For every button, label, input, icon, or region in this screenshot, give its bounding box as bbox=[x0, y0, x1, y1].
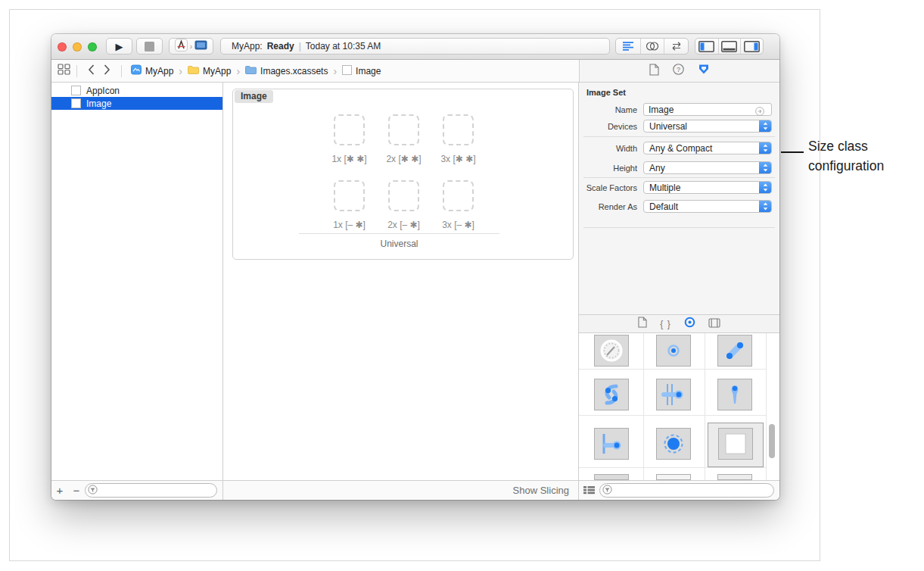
image-well[interactable] bbox=[443, 114, 474, 145]
image-well[interactable] bbox=[388, 114, 419, 145]
breadcrumb-separator: › bbox=[332, 65, 338, 77]
assistant-editor-button[interactable] bbox=[640, 39, 664, 54]
version-editor-icon bbox=[670, 41, 683, 51]
lib-item-swirl[interactable] bbox=[594, 379, 629, 410]
standard-editor-button[interactable] bbox=[616, 39, 640, 54]
go-back-button[interactable] bbox=[83, 64, 99, 78]
breadcrumb-separator: › bbox=[178, 65, 183, 77]
related-items-button[interactable] bbox=[58, 64, 70, 78]
scheme-selector[interactable]: › bbox=[169, 38, 213, 55]
breadcrumb-separator: › bbox=[235, 65, 241, 77]
close-window-button[interactable] bbox=[58, 42, 67, 51]
slot-2x-any-any[interactable]: 2x [✱ ✱] bbox=[388, 114, 419, 145]
slot-label: 2x [✱ ✱] bbox=[386, 154, 421, 164]
slot-3x-any-any[interactable]: 3x [✱ ✱] bbox=[443, 114, 474, 145]
height-row: Height Any bbox=[583, 161, 772, 174]
library-filter-input[interactable] bbox=[614, 485, 773, 496]
zoom-window-button[interactable] bbox=[88, 42, 97, 51]
jump-to-arrow-icon[interactable] bbox=[755, 105, 764, 119]
slot-label: 1x [✱ ✱] bbox=[331, 154, 366, 164]
divider bbox=[121, 65, 122, 77]
toggle-navigator-button[interactable] bbox=[695, 39, 718, 54]
image-well[interactable] bbox=[443, 180, 474, 211]
lib-item-image-square[interactable] bbox=[718, 428, 753, 460]
scale-factors-popup[interactable]: Multiple bbox=[643, 181, 772, 194]
run-button[interactable]: ▶ bbox=[106, 38, 132, 55]
width-popup[interactable]: Any & Compact bbox=[643, 142, 772, 154]
destination-icon bbox=[194, 39, 207, 53]
editor-bottom-bar: Show Slicing bbox=[223, 481, 579, 500]
status-project: MyApp: bbox=[232, 41, 263, 51]
asset-list-item-appicon[interactable]: AppIcon bbox=[51, 84, 222, 97]
file-template-library-tab[interactable] bbox=[638, 317, 647, 331]
version-editor-button[interactable] bbox=[664, 39, 688, 54]
height-label: Height bbox=[583, 164, 643, 173]
file-inspector-icon bbox=[649, 64, 659, 76]
editor-mode-segmented-control bbox=[615, 38, 689, 55]
breadcrumb-project[interactable]: MyApp bbox=[131, 64, 173, 77]
asset-list-label: AppIcon bbox=[86, 86, 120, 96]
lib-item-link-dots[interactable] bbox=[717, 335, 752, 367]
show-slicing-button[interactable]: Show Slicing bbox=[513, 485, 569, 496]
lib-item-pulse-circle[interactable] bbox=[656, 428, 691, 460]
navigator-panel-icon bbox=[698, 41, 714, 52]
attributes-inspector-tab[interactable] bbox=[698, 64, 710, 78]
scrollbar-thumb[interactable] bbox=[769, 424, 775, 458]
go-forward-button[interactable] bbox=[99, 64, 115, 78]
lib-item-partial[interactable] bbox=[717, 474, 752, 480]
file-inspector-tab[interactable] bbox=[649, 64, 659, 79]
breadcrumb-group[interactable]: MyApp bbox=[188, 65, 231, 76]
image-well[interactable] bbox=[334, 180, 365, 211]
image-square-icon bbox=[722, 430, 749, 457]
code-snippet-library-tab[interactable]: { } bbox=[660, 319, 670, 329]
render-as-popup[interactable]: Default bbox=[643, 200, 772, 213]
lib-item-dot-ring[interactable] bbox=[656, 335, 691, 367]
asset-filter-input[interactable] bbox=[100, 485, 216, 496]
inspector-section-title: Image Set bbox=[586, 88, 626, 97]
toggle-debug-area-button[interactable] bbox=[718, 39, 741, 54]
add-asset-button[interactable]: + bbox=[51, 484, 68, 497]
library-filter-field[interactable] bbox=[599, 483, 774, 498]
image-set-title-tag: Image bbox=[235, 90, 273, 103]
imageset-icon bbox=[342, 65, 352, 77]
lib-item-gauge[interactable] bbox=[594, 335, 629, 367]
breadcrumb-xcassets[interactable]: Images.xcassets bbox=[245, 65, 328, 76]
image-well[interactable] bbox=[388, 180, 419, 211]
grid-line bbox=[579, 369, 766, 370]
appicon-set-icon bbox=[71, 86, 81, 95]
slot-3x-compact-any[interactable]: 3x [– ✱] bbox=[443, 180, 474, 211]
utilities-panel-icon bbox=[744, 41, 760, 52]
flag-icon bbox=[598, 430, 625, 457]
file-template-icon bbox=[638, 317, 647, 328]
toggle-utilities-button[interactable] bbox=[740, 39, 763, 54]
slot-2x-compact-any[interactable]: 2x [– ✱] bbox=[388, 180, 419, 211]
lib-item-partial[interactable] bbox=[594, 474, 629, 480]
remove-asset-button[interactable]: − bbox=[68, 484, 85, 497]
slot-1x-compact-any[interactable]: 1x [– ✱] bbox=[334, 180, 365, 211]
asset-filter-field[interactable] bbox=[85, 483, 217, 498]
slot-label: 3x [– ✱] bbox=[442, 220, 474, 230]
image-well[interactable] bbox=[334, 114, 365, 145]
lib-item-comet[interactable] bbox=[656, 379, 691, 410]
media-library-tab[interactable] bbox=[708, 317, 720, 331]
lib-item-partial[interactable] bbox=[656, 474, 691, 480]
stop-button[interactable] bbox=[136, 38, 163, 55]
name-field[interactable] bbox=[643, 103, 772, 116]
divider bbox=[583, 227, 775, 228]
object-library-tab[interactable] bbox=[684, 317, 695, 331]
minimize-window-button[interactable] bbox=[73, 42, 82, 51]
asset-list-item-image[interactable]: Image bbox=[51, 97, 222, 110]
list-view-toggle[interactable] bbox=[583, 484, 595, 498]
quick-help-tab[interactable]: ? bbox=[673, 64, 684, 78]
object-library-icon bbox=[684, 317, 695, 328]
activity-status-view: MyApp: Ready | Today at 10:35 AM bbox=[220, 38, 610, 55]
lib-item-flag[interactable] bbox=[594, 428, 629, 460]
height-popup[interactable]: Any bbox=[643, 161, 772, 174]
slot-1x-any-any[interactable]: 1x [✱ ✱] bbox=[334, 114, 365, 145]
window-controls bbox=[58, 42, 97, 51]
breadcrumb-imageset[interactable]: Image bbox=[342, 65, 381, 77]
devices-popup[interactable]: Universal bbox=[643, 120, 772, 133]
grid-line bbox=[579, 467, 766, 468]
lib-item-pin[interactable] bbox=[717, 379, 752, 410]
quick-help-icon: ? bbox=[673, 64, 684, 75]
